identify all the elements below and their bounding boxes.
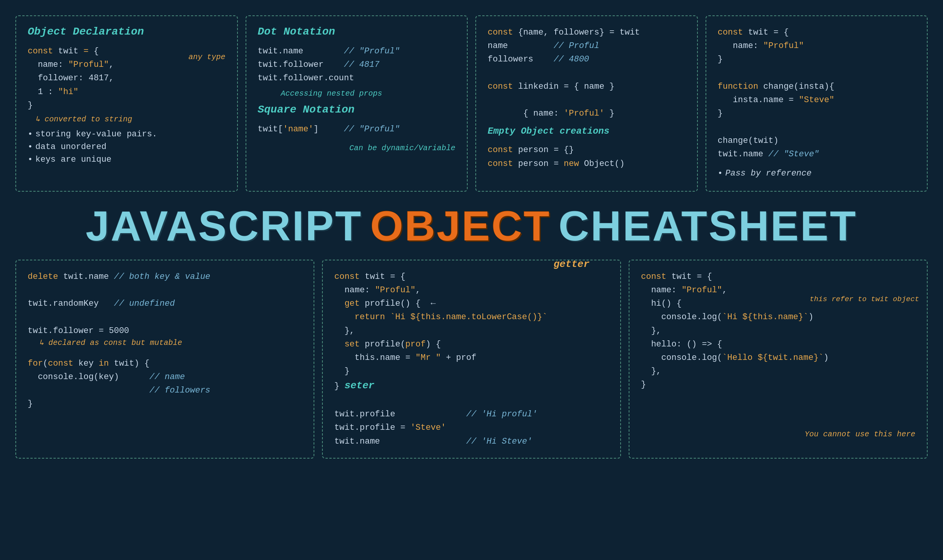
annotation-cannot-use: You cannot use this here	[805, 430, 915, 439]
code-loop: for(const key in twit) { console.log(key…	[28, 357, 302, 411]
bullet-item-3: keys are unique	[28, 155, 226, 164]
title-section: JAVASCRIPT OBJECT CHEATSHEET	[15, 196, 928, 256]
code-arrow-function: const twit = { name: "Proful", hi() { co…	[641, 270, 915, 392]
bottom-cards: delete twit.name // both key & value twi…	[15, 256, 928, 459]
annotation-dynamic: Can be dynamic/Variable	[258, 144, 456, 152]
annotation-any-type: any type	[188, 53, 225, 61]
subtitle-square-notation: Square Notation	[258, 104, 456, 116]
annotation-mutable: ↳ declared as const but mutable	[39, 338, 302, 347]
bullet-item-1: storing key-value pairs.	[28, 129, 226, 139]
code-getter-setter: const twit = { name: "Proful", get profi…	[334, 270, 609, 448]
label-getter: getter	[553, 258, 589, 270]
title-javascript: JAVASCRIPT	[86, 201, 362, 250]
code-dot-notation: twit.name // "Proful" twit.follower // 4…	[258, 45, 456, 85]
annotation-converted: ↳ converted to string	[28, 114, 226, 124]
code-empty-object: const person = {} const person = new Obj…	[488, 143, 686, 170]
card-title-dot-notation: Dot Notation	[258, 26, 456, 38]
code-delete: delete twit.name // both key & value twi…	[28, 270, 302, 338]
card-arrow-function: this refer to twit object const twit = {…	[629, 260, 928, 459]
top-cards: Object Declaration any type const twit =…	[15, 15, 928, 196]
title-object: OBJECT	[370, 201, 551, 250]
annotation-this-refer: this refer to twit object	[810, 295, 919, 303]
code-pass-by-ref: const twit = { name: "Proful" } function…	[718, 26, 916, 161]
bullet-pass-by-ref: Pass by reference	[718, 169, 916, 178]
annotation-nested: Accessing nested props	[281, 89, 456, 98]
bullet-list-object-declaration: storing key-value pairs. data unordered …	[28, 129, 226, 164]
code-square-notation: twit['name'] // "Proful"	[258, 123, 456, 136]
card-object-declaration: Object Declaration any type const twit =…	[15, 15, 238, 192]
bullet-item-2: data unordered	[28, 142, 226, 152]
card-delete-loop: delete twit.name // both key & value twi…	[15, 260, 314, 459]
bullet-list-pass-by-ref: Pass by reference	[718, 169, 916, 178]
subtitle-empty-object: Empty Object creations	[488, 126, 686, 136]
title-cheatsheet: CHEATSHEET	[559, 201, 857, 250]
card-title-object-declaration: Object Declaration	[28, 26, 226, 38]
card-pass-by-ref: const twit = { name: "Proful" } function…	[706, 15, 928, 192]
main-container: Object Declaration any type const twit =…	[15, 15, 928, 545]
code-destructuring: const {name, followers} = twit name // P…	[488, 26, 686, 120]
card-destructuring: const {name, followers} = twit name // P…	[475, 15, 698, 192]
card-dot-notation: Dot Notation twit.name // "Proful" twit.…	[246, 15, 468, 192]
card-getter-setter: getter const twit = { name: "Proful", ge…	[322, 260, 621, 459]
